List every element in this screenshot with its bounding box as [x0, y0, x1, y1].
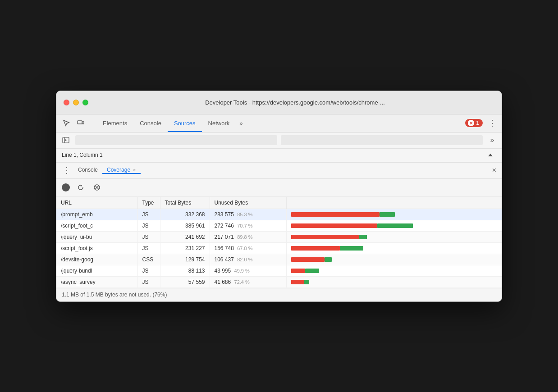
usage-bar [291, 235, 498, 239]
cell-type: JS [137, 242, 160, 254]
table-row[interactable]: /jquery_ui-bu JS 241 692 217 071 89.8 % [56, 231, 502, 242]
device-toolbar-icon[interactable] [74, 117, 87, 129]
usage-bar [291, 223, 498, 228]
used-bar-segment [380, 212, 395, 217]
minimize-button[interactable] [73, 100, 79, 105]
usage-bar [291, 269, 498, 273]
search-input-secondary[interactable] [281, 135, 483, 145]
unused-bar-segment [291, 223, 377, 228]
cell-url: /prompt_emb [56, 209, 137, 220]
usage-bar [291, 212, 498, 217]
unused-bytes: 106 437 [215, 256, 234, 263]
table-row[interactable]: /async_survey JS 57 559 41 686 72.4 % [56, 276, 502, 287]
maximize-button[interactable] [82, 100, 88, 105]
collapse-drawer-icon[interactable] [485, 149, 496, 161]
used-bar-segment [304, 280, 309, 284]
cell-url: /script_foot_c [56, 220, 137, 231]
svg-rect-0 [78, 121, 82, 124]
coverage-footer: 1.1 MB of 1.5 MB bytes are not used. (76… [56, 288, 502, 301]
traffic-lights [64, 100, 88, 105]
unused-bytes: 283 575 [215, 211, 234, 218]
main-tabs: Elements Console Sources Network » [96, 114, 465, 132]
unused-bytes: 272 746 [215, 223, 234, 229]
cell-total: 57 559 [160, 276, 210, 287]
cursor-position: Line 1, Column 1 [62, 152, 103, 158]
used-bar-segment [359, 235, 367, 239]
cell-bar [286, 220, 502, 231]
cell-bar [286, 231, 502, 242]
more-options-button[interactable]: ⋮ [486, 116, 498, 130]
cell-total: 129 754 [160, 254, 210, 265]
cell-unused: 156 748 67.8 % [210, 242, 286, 254]
cell-url: /jquery_ui-bu [56, 231, 137, 242]
table-row[interactable]: /script_foot.js JS 231 227 156 748 67.8 … [56, 242, 502, 254]
cell-url: /script_foot.js [56, 242, 137, 254]
unused-bytes: 43 995 [215, 268, 231, 274]
error-badge[interactable]: ✕ 1 [465, 119, 483, 127]
drawer-tab-bar: ⋮ Console Coverage × × [56, 163, 502, 179]
sources-toolbar: » [56, 132, 502, 149]
unused-bar-segment [291, 212, 380, 217]
cell-unused: 217 071 89.8 % [210, 231, 286, 242]
inspect-icon[interactable] [60, 117, 73, 129]
table-header-row: URL Type Total Bytes Unused Bytes [56, 197, 502, 209]
cell-type: JS [137, 209, 160, 220]
more-tabs-button[interactable]: » [236, 114, 246, 132]
cell-url: /jquery-bundl [56, 265, 137, 276]
tab-console[interactable]: Console [133, 114, 168, 132]
cell-type: JS [137, 276, 160, 287]
cell-url: /devsite-goog [56, 254, 137, 265]
unused-bar-segment [291, 257, 325, 262]
drawer-tab-coverage[interactable]: Coverage × [102, 167, 140, 174]
tab-bar-actions [60, 114, 93, 132]
unused-bar-segment [291, 269, 305, 273]
tab-network[interactable]: Network [202, 114, 236, 132]
cell-total: 231 227 [160, 242, 210, 254]
usage-bar [291, 257, 498, 262]
unused-bytes: 217 071 [215, 234, 234, 240]
unused-percent: 49.9 % [234, 268, 250, 273]
window-title: Developer Tools - https://developers.goo… [96, 99, 494, 106]
table-row[interactable]: /prompt_emb JS 332 368 283 575 85.3 % [56, 209, 502, 220]
coverage-toolbar [56, 179, 502, 197]
table-row[interactable]: /jquery-bundl JS 88 113 43 995 49.9 % [56, 265, 502, 276]
reload-coverage-button[interactable] [75, 182, 86, 193]
tab-bar-right: ✕ 1 ⋮ [465, 114, 498, 132]
clear-coverage-button[interactable] [91, 182, 102, 193]
toggle-sidebar-icon[interactable] [60, 134, 72, 146]
cell-unused: 43 995 49.9 % [210, 265, 286, 276]
cell-total: 88 113 [160, 265, 210, 276]
table-row[interactable]: /script_foot_c JS 385 961 272 746 70.7 % [56, 220, 502, 231]
drawer-tab-console[interactable]: Console [73, 167, 102, 173]
unused-percent: 85.3 % [237, 212, 252, 217]
cell-bar [286, 254, 502, 265]
coverage-table: URL Type Total Bytes Unused Bytes /promp… [56, 197, 502, 288]
coverage-summary: 1.1 MB of 1.5 MB bytes are not used. (76… [62, 292, 167, 298]
close-button[interactable] [64, 100, 69, 105]
cell-total: 385 961 [160, 220, 210, 231]
unused-percent: 67.8 % [237, 246, 252, 251]
more-options-secondary-icon[interactable]: » [486, 134, 498, 146]
tab-bar: Elements Console Sources Network » ✕ 1 ⋮ [56, 114, 502, 132]
col-header-total: Total Bytes [160, 197, 210, 209]
unused-bar-segment [291, 280, 304, 284]
used-bar-segment [340, 246, 363, 251]
devtools-window: Developer Tools - https://developers.goo… [56, 91, 502, 302]
file-search-input[interactable] [75, 135, 277, 145]
svg-marker-6 [81, 184, 82, 187]
close-drawer-button[interactable]: × [490, 164, 498, 176]
unused-bar-segment [291, 246, 340, 251]
table-row[interactable]: /devsite-goog CSS 129 754 106 437 82.0 % [56, 254, 502, 265]
record-coverage-button[interactable] [62, 183, 70, 191]
unused-bytes: 156 748 [215, 245, 234, 251]
status-bar-right [485, 149, 496, 161]
used-bar-segment [325, 257, 332, 262]
close-coverage-tab-button[interactable]: × [133, 167, 136, 173]
cell-total: 241 692 [160, 231, 210, 242]
cell-type: JS [137, 265, 160, 276]
drawer-menu-icon[interactable]: ⋮ [60, 165, 73, 175]
tab-sources[interactable]: Sources [168, 114, 202, 132]
tab-elements[interactable]: Elements [96, 114, 133, 132]
usage-bar [291, 246, 498, 251]
drawer-tabs: Console Coverage × [73, 167, 490, 174]
